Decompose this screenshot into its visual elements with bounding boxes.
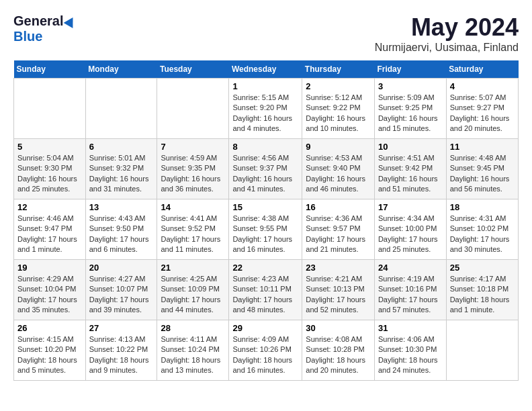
day-number: 25 [450,263,515,273]
calendar-cell: 23Sunrise: 4:21 AM Sunset: 10:13 PM Dayl… [302,260,375,320]
day-info: Sunrise: 4:15 AM Sunset: 10:20 PM Daylig… [17,334,82,376]
calendar-cell [14,79,86,139]
calendar-cell: 5Sunrise: 5:04 AM Sunset: 9:30 PM Daylig… [14,139,86,199]
day-info: Sunrise: 4:23 AM Sunset: 10:11 PM Daylig… [232,274,298,316]
calendar-cell: 26Sunrise: 4:15 AM Sunset: 10:20 PM Dayl… [14,320,86,381]
day-info: Sunrise: 4:21 AM Sunset: 10:13 PM Daylig… [306,274,371,316]
weekday-header: Tuesday [157,60,229,79]
day-info: Sunrise: 4:53 AM Sunset: 9:40 PM Dayligh… [306,153,371,195]
weekday-header: Monday [85,60,157,79]
day-number: 29 [232,323,298,333]
weekday-header: Friday [374,60,446,79]
calendar-week-row: 1Sunrise: 5:15 AM Sunset: 9:20 PM Daylig… [14,79,519,139]
weekday-header: Thursday [302,60,375,79]
day-info: Sunrise: 4:38 AM Sunset: 9:55 PM Dayligh… [232,214,298,255]
day-info: Sunrise: 4:17 AM Sunset: 10:18 PM Daylig… [450,274,515,316]
calendar-cell: 10Sunrise: 4:51 AM Sunset: 9:42 PM Dayli… [374,139,446,199]
day-number: 11 [450,142,515,152]
day-info: Sunrise: 4:36 AM Sunset: 9:57 PM Dayligh… [306,214,371,255]
day-number: 5 [17,142,82,152]
day-info: Sunrise: 4:48 AM Sunset: 9:45 PM Dayligh… [450,153,515,195]
calendar-cell: 14Sunrise: 4:41 AM Sunset: 9:52 PM Dayli… [157,199,229,260]
day-number: 20 [89,263,154,273]
day-number: 7 [161,142,225,152]
day-info: Sunrise: 4:34 AM Sunset: 10:00 PM Daylig… [378,214,443,255]
calendar-cell: 6Sunrise: 5:01 AM Sunset: 9:32 PM Daylig… [85,139,157,199]
calendar-cell: 12Sunrise: 4:46 AM Sunset: 9:47 PM Dayli… [14,199,86,260]
title-area: May 2024 Nurmijaervi, Uusimaa, Finland [375,13,519,54]
day-number: 15 [232,202,298,212]
day-info: Sunrise: 4:29 AM Sunset: 10:04 PM Daylig… [17,274,82,316]
calendar-cell: 30Sunrise: 4:08 AM Sunset: 10:28 PM Dayl… [302,320,375,381]
calendar-cell: 29Sunrise: 4:09 AM Sunset: 10:26 PM Dayl… [229,320,302,381]
day-info: Sunrise: 4:59 AM Sunset: 9:35 PM Dayligh… [161,153,225,195]
calendar-cell: 3Sunrise: 5:09 AM Sunset: 9:25 PM Daylig… [374,79,446,139]
calendar-cell: 15Sunrise: 4:38 AM Sunset: 9:55 PM Dayli… [229,199,302,260]
day-number: 6 [89,142,154,152]
page-header: General Blue May 2024 Nurmijaervi, Uusim… [13,13,519,54]
logo-blue: Blue [13,29,42,44]
calendar-cell: 22Sunrise: 4:23 AM Sunset: 10:11 PM Dayl… [229,260,302,320]
day-info: Sunrise: 4:19 AM Sunset: 10:16 PM Daylig… [378,274,443,316]
day-number: 31 [378,323,443,333]
day-info: Sunrise: 4:27 AM Sunset: 10:07 PM Daylig… [89,274,154,316]
location: Nurmijaervi, Uusimaa, Finland [375,42,519,54]
calendar-cell: 18Sunrise: 4:31 AM Sunset: 10:02 PM Dayl… [446,199,518,260]
day-number: 19 [17,263,82,273]
calendar-cell: 2Sunrise: 5:12 AM Sunset: 9:22 PM Daylig… [302,79,375,139]
day-info: Sunrise: 5:01 AM Sunset: 9:32 PM Dayligh… [89,153,154,195]
day-number: 16 [306,202,371,212]
day-number: 27 [89,323,154,333]
calendar-cell: 31Sunrise: 4:06 AM Sunset: 10:30 PM Dayl… [374,320,446,381]
day-info: Sunrise: 5:12 AM Sunset: 9:22 PM Dayligh… [306,93,371,134]
day-number: 2 [306,81,371,91]
weekday-header-row: SundayMondayTuesdayWednesdayThursdayFrid… [14,60,519,79]
day-number: 17 [378,202,443,212]
calendar-cell: 24Sunrise: 4:19 AM Sunset: 10:16 PM Dayl… [374,260,446,320]
calendar-cell: 20Sunrise: 4:27 AM Sunset: 10:07 PM Dayl… [85,260,157,320]
day-number: 12 [17,202,82,212]
calendar-cell [85,79,157,139]
day-info: Sunrise: 4:09 AM Sunset: 10:26 PM Daylig… [232,334,298,376]
day-info: Sunrise: 4:46 AM Sunset: 9:47 PM Dayligh… [17,214,82,255]
calendar-cell: 28Sunrise: 4:11 AM Sunset: 10:24 PM Dayl… [157,320,229,381]
day-info: Sunrise: 5:07 AM Sunset: 9:27 PM Dayligh… [450,93,515,134]
day-number: 13 [89,202,154,212]
weekday-header: Sunday [14,60,86,79]
calendar-cell: 17Sunrise: 4:34 AM Sunset: 10:00 PM Dayl… [374,199,446,260]
calendar-cell: 27Sunrise: 4:13 AM Sunset: 10:22 PM Dayl… [85,320,157,381]
calendar-table: SundayMondayTuesdayWednesdayThursdayFrid… [13,60,519,381]
day-number: 24 [378,263,443,273]
day-number: 21 [161,263,225,273]
day-info: Sunrise: 4:56 AM Sunset: 9:37 PM Dayligh… [232,153,298,195]
day-info: Sunrise: 4:43 AM Sunset: 9:50 PM Dayligh… [89,214,154,255]
calendar-week-row: 19Sunrise: 4:29 AM Sunset: 10:04 PM Dayl… [14,260,519,320]
calendar-week-row: 12Sunrise: 4:46 AM Sunset: 9:47 PM Dayli… [14,199,519,260]
day-number: 9 [306,142,371,152]
day-info: Sunrise: 4:06 AM Sunset: 10:30 PM Daylig… [378,334,443,376]
calendar-cell: 1Sunrise: 5:15 AM Sunset: 9:20 PM Daylig… [229,79,302,139]
calendar-cell [446,320,518,381]
day-info: Sunrise: 4:08 AM Sunset: 10:28 PM Daylig… [306,334,371,376]
logo-icon [64,14,78,28]
day-number: 26 [17,323,82,333]
day-number: 3 [378,81,443,91]
calendar-cell: 13Sunrise: 4:43 AM Sunset: 9:50 PM Dayli… [85,199,157,260]
month-title: May 2024 [375,13,519,42]
calendar-cell: 8Sunrise: 4:56 AM Sunset: 9:37 PM Daylig… [229,139,302,199]
day-info: Sunrise: 5:04 AM Sunset: 9:30 PM Dayligh… [17,153,82,195]
logo-general: General [13,13,63,29]
calendar-cell: 25Sunrise: 4:17 AM Sunset: 10:18 PM Dayl… [446,260,518,320]
day-number: 1 [232,81,298,91]
calendar-week-row: 5Sunrise: 5:04 AM Sunset: 9:30 PM Daylig… [14,139,519,199]
calendar-cell: 11Sunrise: 4:48 AM Sunset: 9:45 PM Dayli… [446,139,518,199]
weekday-header: Saturday [446,60,518,79]
day-number: 14 [161,202,225,212]
day-info: Sunrise: 5:15 AM Sunset: 9:20 PM Dayligh… [232,93,298,134]
calendar-cell [157,79,229,139]
day-number: 10 [378,142,443,152]
day-number: 23 [306,263,371,273]
weekday-header: Wednesday [229,60,302,79]
day-info: Sunrise: 5:09 AM Sunset: 9:25 PM Dayligh… [378,93,443,134]
calendar-week-row: 26Sunrise: 4:15 AM Sunset: 10:20 PM Dayl… [14,320,519,381]
